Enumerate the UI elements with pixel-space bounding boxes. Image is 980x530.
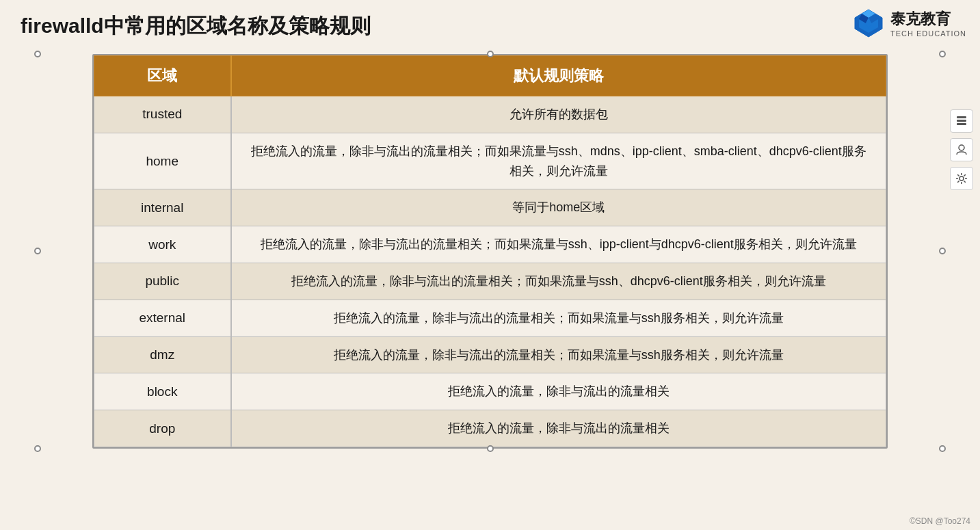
table-row: public拒绝流入的流量，除非与流出的流量相关；而如果流量与ssh、dhcpv… [94,263,886,300]
logo-icon [852,7,885,40]
svg-point-10 [959,176,964,181]
handle-bottom-left[interactable] [34,445,41,452]
table-row: drop拒绝流入的流量，除非与流出的流量相关 [94,410,886,447]
table-body: trusted允许所有的数据包home拒绝流入的流量，除非与流出的流量相关；而如… [94,96,886,447]
table-row: external拒绝流入的流量，除非与流出的流量相关；而如果流量与ssh服务相关… [94,300,886,336]
svg-line-17 [964,174,966,176]
policy-cell: 拒绝流入的流量，除非与流出的流量相关；而如果流量与ssh服务相关，则允许流量 [231,336,886,373]
logo-area: 泰克教育 TECH EDUCATION [852,7,966,40]
svg-point-9 [959,145,964,150]
page-title: firewalld中常用的区域名称及策略规则 [0,0,980,47]
zone-cell: drop [94,410,231,447]
table-row: internal等同于home区域 [94,189,886,226]
policy-cell: 拒绝流入的流量，除非与流出的流量相关 [231,373,886,410]
logo-text: 泰克教育 TECH EDUCATION [890,9,966,38]
firewalld-table: 区域 默认规则策略 trusted允许所有的数据包home拒绝流入的流量，除非与… [94,55,886,447]
table-wrapper: 区域 默认规则策略 trusted允许所有的数据包home拒绝流入的流量，除非与… [38,54,942,449]
policy-cell: 拒绝流入的流量，除非与流出的流量相关；而如果流量与ssh、dhcpv6-clie… [231,263,886,300]
zone-cell: trusted [94,96,231,133]
handle-bottom-center[interactable] [487,445,494,452]
zone-cell: external [94,300,231,336]
table-row: home拒绝流入的流量，除非与流出的流量相关；而如果流量与ssh、mdns、ip… [94,133,886,189]
main-table-container: 区域 默认规则策略 trusted允许所有的数据包home拒绝流入的流量，除非与… [92,54,888,449]
handle-top-center[interactable] [487,51,494,57]
policy-cell: 允许所有的数据包 [231,96,886,133]
watermark: ©SDN @Too274 [910,516,970,526]
handle-mid-right[interactable] [939,248,946,254]
svg-rect-8 [957,123,966,125]
logo-en: TECH EDUCATION [890,29,966,38]
zone-cell: internal [94,189,231,226]
svg-rect-6 [957,116,966,118]
policy-cell: 拒绝流入的流量，除非与流出的流量相关 [231,410,886,447]
layers-icon [955,115,968,127]
table-row: dmz拒绝流入的流量，除非与流出的流量相关；而如果流量与ssh服务相关，则允许流… [94,336,886,373]
table-row: work拒绝流入的流量，除非与流出的流量相关；而如果流量与ssh、ipp-cli… [94,226,886,263]
settings-tool-button[interactable] [950,167,973,190]
header-zone: 区域 [94,56,231,96]
policy-cell: 拒绝流入的流量，除非与流出的流量相关；而如果流量与ssh服务相关，则允许流量 [231,300,886,336]
svg-rect-7 [957,120,966,122]
zone-cell: dmz [94,336,231,373]
header-policy: 默认规则策略 [231,56,886,96]
handle-top-left[interactable] [34,51,41,57]
sidebar-tools [950,109,973,190]
svg-line-15 [957,174,959,176]
zone-cell: block [94,373,231,410]
user-icon [955,144,968,156]
table-header-row: 区域 默认规则策略 [94,56,886,96]
svg-line-18 [957,181,959,183]
table-row: block拒绝流入的流量，除非与流出的流量相关 [94,373,886,410]
handle-mid-left[interactable] [34,248,41,254]
zone-cell: work [94,226,231,263]
user-tool-button[interactable] [950,138,973,161]
zone-cell: home [94,133,231,189]
svg-line-16 [964,181,966,183]
handle-bottom-right[interactable] [939,445,946,452]
logo-cn: 泰克教育 [890,9,951,29]
handle-top-right[interactable] [939,51,946,57]
zone-cell: public [94,263,231,300]
layers-tool-button[interactable] [950,109,973,133]
policy-cell: 等同于home区域 [231,189,886,226]
settings-icon [955,172,968,185]
policy-cell: 拒绝流入的流量，除非与流出的流量相关；而如果流量与ssh、mdns、ipp-cl… [231,133,886,189]
policy-cell: 拒绝流入的流量，除非与流出的流量相关；而如果流量与ssh、ipp-client与… [231,226,886,263]
table-row: trusted允许所有的数据包 [94,96,886,133]
